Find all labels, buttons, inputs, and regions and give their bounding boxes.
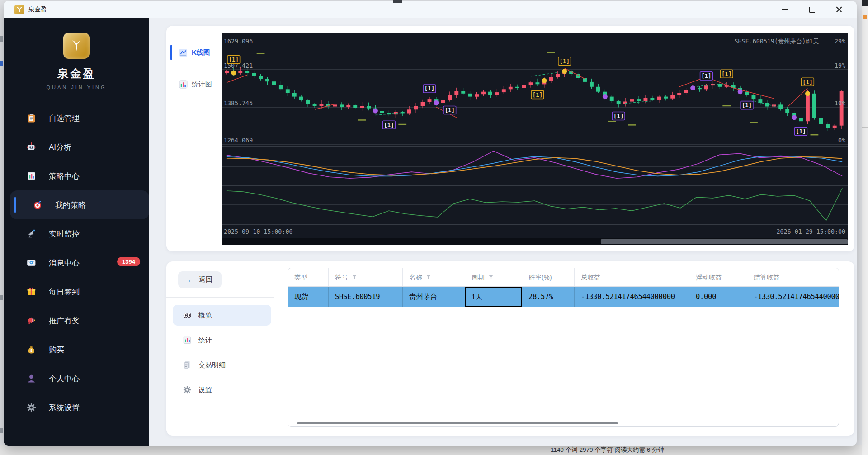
cell-floating-return[interactable]: 0.000 <box>689 287 747 307</box>
back-button[interactable]: ← 返回 <box>178 271 222 288</box>
sidebar-item-purchase[interactable]: $ 购买 <box>4 335 149 364</box>
column-header-name[interactable]: 名称 <box>403 268 465 286</box>
column-header-win-rate[interactable]: 胜率(%) <box>522 268 575 286</box>
subnav-item-settings[interactable]: 设置 <box>173 379 271 400</box>
sidebar-item-label: AI分析 <box>49 142 71 152</box>
chart-card: K线图 统计图 1629.0961507.4211385.7451264.069… <box>166 26 854 251</box>
tab-label: 统计图 <box>192 80 212 89</box>
sidebar-item-label: 个人中心 <box>49 374 80 384</box>
maximize-button[interactable] <box>805 3 819 16</box>
gear-icon <box>183 385 192 394</box>
minimize-button[interactable] <box>778 3 792 16</box>
sidebar-item-my-strategies[interactable]: 我的策略 <box>10 190 149 219</box>
sidebar-item-label: 消息中心 <box>49 258 80 268</box>
unread-badge: 1394 <box>117 257 140 266</box>
svg-text:2026-01-29 15:00:00: 2026-01-29 15:00:00 <box>777 228 846 235</box>
app-window: 泉金盈 泉金盈 QUAN JIN YING 自选管理 <box>4 1 857 446</box>
subnav-item-overview[interactable]: 概览 <box>173 305 271 326</box>
cell-settlement-return[interactable]: -1330.52141746544000000 <box>747 287 839 307</box>
subnav-item-statistics[interactable]: 统计 <box>173 330 271 351</box>
results-table: 类型 符号 名称 周期 胜率(%) 总收益 浮动收益 结算收益 <box>288 268 839 426</box>
back-arrow-icon: ← <box>187 276 194 284</box>
close-icon <box>836 6 842 13</box>
close-button[interactable] <box>832 3 846 16</box>
sidebar: 泉金盈 QUAN JIN YING 自选管理 AI分析 策略中心 <box>4 18 149 446</box>
stats-bars-icon <box>183 336 192 345</box>
sidebar-item-message-center[interactable]: 消息中心 1394 <box>4 248 149 277</box>
satellite-icon <box>26 228 37 239</box>
subnav-label: 设置 <box>198 386 212 394</box>
sidebar-item-referral-rewards[interactable]: 推广有奖 <box>4 306 149 335</box>
tab-label: K线图 <box>192 48 210 57</box>
table-horizontal-scrollbar[interactable] <box>297 422 618 424</box>
sidebar-item-realtime-monitor[interactable]: 实时监控 <box>4 219 149 248</box>
sidebar-item-label: 自选管理 <box>49 113 80 123</box>
sidebar-item-system-settings[interactable]: 系统设置 <box>4 393 149 422</box>
background-corner <box>862 0 868 6</box>
brand-logo-icon <box>63 33 90 59</box>
svg-text:19%: 19% <box>835 62 845 69</box>
svg-text:[1]: [1] <box>533 91 542 98</box>
background-right-strip <box>862 0 868 455</box>
sidebar-item-strategy-center[interactable]: 策略中心 <box>4 161 149 190</box>
filter-icon[interactable] <box>352 275 357 280</box>
background-fragment <box>0 36 3 42</box>
sidebar-item-watchlist[interactable]: 自选管理 <box>4 104 149 133</box>
svg-text:[1]: [1] <box>425 85 434 92</box>
column-header-settlement-return[interactable]: 结算收益 <box>747 268 839 286</box>
background-fragment <box>0 61 3 66</box>
svg-text:[1]: [1] <box>384 122 394 128</box>
svg-text:1264.069: 1264.069 <box>224 137 253 144</box>
clipboard-icon <box>26 113 37 123</box>
svg-text:1385.745: 1385.745 <box>224 100 253 107</box>
money-bag-icon: $ <box>26 344 37 355</box>
table-row[interactable]: 现货 SHSE.600519 贵州茅台 1天 28.57% -1330.5214… <box>288 287 839 307</box>
minimize-icon <box>782 9 788 10</box>
background-right-line <box>862 127 868 128</box>
window-title: 泉金盈 <box>28 5 47 14</box>
back-label: 返回 <box>199 275 212 284</box>
sidebar-item-ai-analysis[interactable]: AI分析 <box>4 133 149 161</box>
cell-period[interactable]: 1天 <box>465 287 522 307</box>
filter-icon[interactable] <box>488 275 494 280</box>
background-fragment <box>0 295 3 300</box>
cell-total-return[interactable]: -1330.52141746544000000 <box>575 287 689 307</box>
tab-stats-chart[interactable]: 统计图 <box>166 72 222 96</box>
subnav-label: 交易明细 <box>198 361 226 370</box>
sidebar-item-label: 推广有奖 <box>49 316 80 326</box>
table-header-row: 类型 符号 名称 周期 胜率(%) 总收益 浮动收益 结算收益 <box>288 268 839 287</box>
gift-icon <box>26 286 37 297</box>
brand-title: 泉金盈 <box>4 66 149 81</box>
cell-win-rate[interactable]: 28.57% <box>522 287 575 307</box>
column-header-floating-return[interactable]: 浮动收益 <box>689 268 747 286</box>
divider <box>166 297 274 298</box>
sidebar-logo: 泉金盈 QUAN JIN YING <box>4 18 149 90</box>
column-header-total-return[interactable]: 总收益 <box>575 268 689 286</box>
kline-chart[interactable]: 1629.0961507.4211385.7451264.069[1][1][1… <box>222 33 848 245</box>
cell-symbol[interactable]: SHSE.600519 <box>329 287 403 307</box>
window-controls <box>778 1 852 18</box>
sidebar-item-label: 我的策略 <box>55 200 86 210</box>
cell-name[interactable]: 贵州茅台 <box>403 287 465 307</box>
column-header-period[interactable]: 周期 <box>465 268 522 286</box>
tab-kline-chart[interactable]: K线图 <box>166 40 222 65</box>
column-header-type[interactable]: 类型 <box>288 268 329 286</box>
brand-subtitle: QUAN JIN YING <box>4 85 149 90</box>
subnav-item-trade-details[interactable]: 交易明细 <box>173 355 271 375</box>
svg-text:[1]: [1] <box>445 107 455 114</box>
column-header-symbol[interactable]: 符号 <box>329 268 403 286</box>
subnav-label: 概览 <box>198 311 212 320</box>
background-fragment <box>393 0 402 3</box>
sidebar-item-profile[interactable]: 个人中心 <box>4 364 149 393</box>
sidebar-item-daily-checkin[interactable]: 每日签到 <box>4 277 149 306</box>
filter-icon[interactable] <box>426 275 431 280</box>
svg-text:[1]: [1] <box>722 71 731 77</box>
person-icon <box>26 373 37 384</box>
svg-text:29%: 29% <box>835 38 845 45</box>
gear-icon <box>26 402 37 413</box>
svg-text:1629.096: 1629.096 <box>224 38 253 45</box>
cell-type[interactable]: 现货 <box>288 287 329 307</box>
background-fragment <box>863 15 867 19</box>
svg-text:[1]: [1] <box>701 72 711 79</box>
svg-text:SHSE.600519(贵州茅台)@1天: SHSE.600519(贵州茅台)@1天 <box>735 38 819 45</box>
